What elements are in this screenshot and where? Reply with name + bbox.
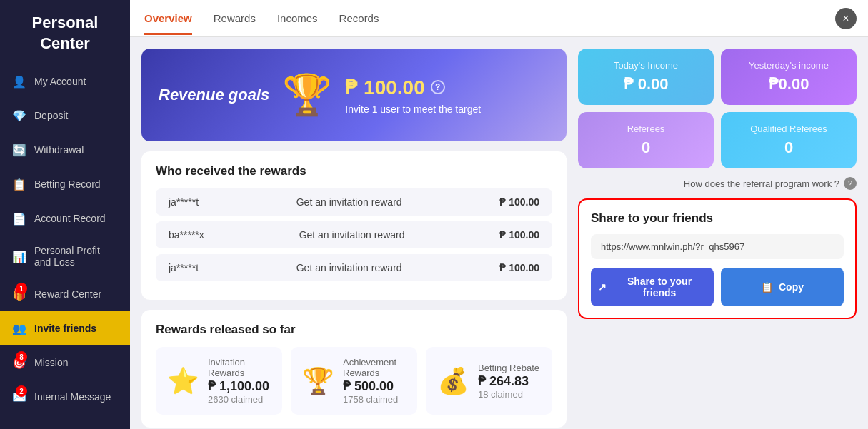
income-card-label: Today's Income bbox=[614, 60, 678, 71]
income-grid: Today's Income ₱ 0.00 Yesterday's income… bbox=[578, 49, 857, 168]
sidebar-item-account-record[interactable]: 📄 Account Record bbox=[0, 201, 130, 236]
sidebar-item-deposit[interactable]: 💎 Deposit bbox=[0, 99, 130, 133]
sidebar: Personal Center 👤 My Account 💎 Deposit 🔄… bbox=[0, 0, 130, 429]
sidebar-item-label: My Account bbox=[34, 76, 86, 87]
released-card-claimed: 2630 claimed bbox=[208, 394, 271, 405]
released-card-label: Achievement Rewards bbox=[343, 357, 406, 378]
share-to-friends-button[interactable]: ↗ Share to your friends bbox=[591, 268, 714, 306]
referral-question-icon[interactable]: ? bbox=[844, 177, 857, 190]
reward-amount: ₱ 100.00 bbox=[499, 262, 539, 273]
released-card-label: Invitation Rewards bbox=[208, 357, 271, 378]
sidebar-item-my-account[interactable]: 👤 My Account bbox=[0, 64, 130, 99]
released-card-claimed: 1758 claimed bbox=[343, 394, 406, 405]
reward-amount: ₱ 100.00 bbox=[499, 229, 539, 241]
sidebar-item-internal-message[interactable]: ✉️ Internal Message 2 bbox=[0, 380, 130, 414]
income-card-value: ₱ 0.00 bbox=[624, 75, 669, 94]
released-card-icon: 💰 bbox=[437, 366, 469, 396]
released-card-icon: ⭐ bbox=[167, 366, 199, 396]
released-card-amount: ₱ 264.83 bbox=[478, 373, 539, 389]
sidebar-item-withdrawal[interactable]: 🔄 Withdrawal bbox=[0, 133, 130, 167]
sidebar-item-invite-friends[interactable]: 👥 Invite friends bbox=[0, 311, 130, 345]
income-card-2: Referees 0 bbox=[578, 112, 714, 168]
revenue-icon: 🏆 bbox=[282, 71, 332, 118]
sidebar-item-label: Withdrawal bbox=[34, 144, 84, 156]
released-card-icon: 🏆 bbox=[302, 366, 334, 396]
content-area: Revenue goals 🏆 ₱ 100.00 ? Invite 1 user… bbox=[130, 37, 868, 429]
sidebar-item-label: Account Record bbox=[34, 213, 106, 224]
referral-program-text: How does the referral program work ? ? bbox=[578, 177, 857, 190]
released-grid: ⭐ Invitation Rewards ₱ 1,100.00 2630 cla… bbox=[156, 347, 552, 415]
topbar: OverviewRewardsIncomesRecords × bbox=[130, 0, 868, 37]
share-url[interactable]: https://www.mnlwin.ph/?r=qhs5967 bbox=[591, 234, 844, 259]
sidebar-item-label: Mission bbox=[34, 357, 68, 368]
released-card-1: 🏆 Achievement Rewards ₱ 500.00 1758 clai… bbox=[291, 347, 417, 415]
tab-rewards[interactable]: Rewards bbox=[214, 2, 256, 35]
income-card-value: ₱0.00 bbox=[769, 75, 809, 94]
income-card-label: Yesterday's income bbox=[749, 60, 829, 71]
income-card-label: Referees bbox=[627, 123, 665, 134]
deposit-icon: 💎 bbox=[11, 108, 27, 123]
sidebar-item-label: Personal Profit and Loss bbox=[34, 245, 119, 268]
close-button[interactable]: × bbox=[835, 8, 857, 29]
released-card-0: ⭐ Invitation Rewards ₱ 1,100.00 2630 cla… bbox=[156, 347, 282, 415]
tab-overview[interactable]: Overview bbox=[144, 2, 192, 35]
reward-user: ja*****t bbox=[169, 196, 199, 208]
copy-icon: 📋 bbox=[761, 281, 773, 293]
sidebar-item-label: Internal Message bbox=[34, 391, 111, 403]
betting-record-icon: 📋 bbox=[11, 176, 27, 192]
sidebar-item-betting-record[interactable]: 📋 Betting Record bbox=[0, 167, 130, 201]
reward-row-0: ja*****t Get an invitation reward ₱ 100.… bbox=[156, 188, 552, 216]
share-icon: ↗ bbox=[598, 281, 607, 293]
sidebar-item-reward-center[interactable]: 🎁 Reward Center 1 bbox=[0, 277, 130, 311]
rewards-section: Who received the rewards ja*****t Get an… bbox=[141, 151, 567, 300]
reward-amount: ₱ 100.00 bbox=[499, 196, 539, 208]
left-panel: Revenue goals 🏆 ₱ 100.00 ? Invite 1 user… bbox=[141, 49, 567, 428]
revenue-invite: Invite 1 user to meet the target bbox=[345, 104, 481, 115]
share-box: Share to your friends https://www.mnlwin… bbox=[578, 198, 857, 319]
reward-type: Get an invitation reward bbox=[296, 262, 402, 273]
sidebar-item-label: Reward Center bbox=[34, 288, 101, 300]
right-panel: Today's Income ₱ 0.00 Yesterday's income… bbox=[578, 49, 857, 428]
reward-user: ba*****x bbox=[169, 229, 204, 241]
income-card-value: 0 bbox=[784, 138, 793, 157]
reward-user: ja*****t bbox=[169, 262, 199, 273]
my-account-icon: 👤 bbox=[11, 74, 27, 89]
released-card-amount: ₱ 1,100.00 bbox=[208, 378, 271, 394]
released-card-2: 💰 Betting Rebate ₱ 264.83 18 claimed bbox=[426, 347, 552, 415]
sidebar-title: Personal Center bbox=[0, 0, 130, 64]
released-section: Rewards released so far ⭐ Invitation Rew… bbox=[141, 310, 567, 428]
released-card-claimed: 18 claimed bbox=[478, 389, 539, 400]
rewards-section-title: Who received the rewards bbox=[156, 164, 552, 178]
revenue-amount-area: ₱ 100.00 ? Invite 1 user to meet the tar… bbox=[345, 76, 481, 115]
reward-type: Get an invitation reward bbox=[296, 196, 402, 208]
income-card-0: Today's Income ₱ 0.00 bbox=[578, 49, 714, 105]
tab-bar: OverviewRewardsIncomesRecords bbox=[144, 2, 379, 35]
reward-row-2: ja*****t Get an invitation reward ₱ 100.… bbox=[156, 254, 552, 281]
income-card-label: Qualified Referees bbox=[750, 123, 827, 134]
revenue-title: Revenue goals bbox=[159, 85, 269, 106]
personal-profit-icon: 📊 bbox=[11, 248, 27, 264]
revenue-info-icon[interactable]: ? bbox=[431, 80, 445, 94]
released-title: Rewards released so far bbox=[156, 323, 552, 337]
withdrawal-icon: 🔄 bbox=[11, 142, 27, 158]
sidebar-item-mission[interactable]: 🎯 Mission 8 bbox=[0, 345, 130, 380]
account-record-icon: 📄 bbox=[11, 211, 27, 226]
share-box-title: Share to your friends bbox=[591, 211, 844, 226]
sidebar-item-label: Betting Record bbox=[34, 178, 101, 190]
share-buttons: ↗ Share to your friends 📋 Copy bbox=[591, 268, 844, 306]
tab-incomes[interactable]: Incomes bbox=[277, 2, 318, 35]
released-card-amount: ₱ 500.00 bbox=[343, 378, 406, 394]
invite-friends-icon: 👥 bbox=[11, 321, 27, 336]
released-card-label: Betting Rebate bbox=[478, 363, 539, 373]
reward-row-1: ba*****x Get an invitation reward ₱ 100.… bbox=[156, 221, 552, 248]
sidebar-item-personal-profit[interactable]: 📊 Personal Profit and Loss bbox=[0, 236, 130, 277]
copy-button[interactable]: 📋 Copy bbox=[721, 268, 844, 306]
income-card-1: Yesterday's income ₱0.00 bbox=[721, 49, 857, 105]
main-content: OverviewRewardsIncomesRecords × Revenue … bbox=[130, 0, 868, 429]
income-card-value: 0 bbox=[642, 138, 650, 157]
reward-type: Get an invitation reward bbox=[299, 229, 405, 241]
tab-records[interactable]: Records bbox=[339, 2, 379, 35]
revenue-banner: Revenue goals 🏆 ₱ 100.00 ? Invite 1 user… bbox=[141, 49, 567, 141]
sidebar-item-label: Deposit bbox=[34, 110, 68, 121]
income-card-3: Qualified Referees 0 bbox=[721, 112, 857, 168]
